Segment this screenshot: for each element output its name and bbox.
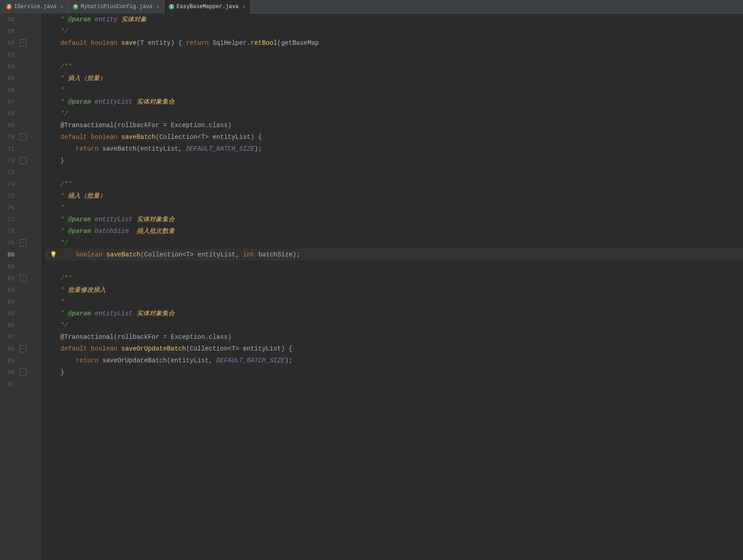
gutter-icon-72[interactable]: − [19,157,27,164]
token: /** [61,63,72,70]
code-line-66: * [45,84,743,96]
gutter-row-88: 88− [0,343,40,355]
gutter-icon-79[interactable]: − [19,239,27,247]
line-number-76: 76 [0,204,19,211]
code-line-65: * 插入（批量） [45,72,743,84]
token [45,133,61,141]
token: (Collection<T> entityList) { [186,345,292,352]
lightbulb-icon[interactable]: 💡 [50,251,57,258]
code-line-72: } [45,155,743,166]
token: * [61,75,68,82]
token: 实体对象集合 [137,309,175,318]
token: /** [61,180,72,188]
line-number-78: 78 [0,228,19,235]
tab-label-mybatisplus: MybatisPlusConfig.java [81,4,152,10]
gutter-icon-60[interactable]: + [19,39,27,47]
tab-close-iservice[interactable]: ✕ [61,4,64,9]
code-line-74: /** [45,178,743,190]
token [61,251,76,258]
token: ); [254,145,262,152]
gutter-row-59: 59 [0,25,40,37]
line-number-58: 58 [0,16,19,23]
gutter-icon-82[interactable]: − [19,275,27,282]
code-area[interactable]: * @param entity 实体对象 */ default boolean … [41,14,743,560]
token: 批量修改插入 [68,286,106,294]
gutter-row-73: 73 [0,166,40,178]
token: return [76,145,98,152]
token: @param [68,310,90,317]
line-number-63: 63 [0,52,19,58]
token [45,239,61,247]
fold-collapse-72[interactable]: − [19,157,27,164]
code-line-81 [45,261,743,272]
gutter-row-65: 65 [0,72,40,84]
token: default [61,345,87,352]
line-number-70: 70 [0,134,19,141]
line-number-69: 69 [0,122,19,129]
token: * [61,192,68,199]
line-number-85: 85 [0,310,19,317]
gutter-icon-70[interactable]: − [19,133,27,141]
code-line-69: @Transactional(rollbackFor = Exception.c… [45,119,743,131]
token: (getBaseMap [277,39,319,47]
token: batchSize); [255,251,300,258]
gutter-row-72: 72− [0,155,40,166]
token: * [61,204,64,211]
token: entity [91,16,121,23]
gutter-row-67: 67 [0,96,40,108]
token [45,322,61,329]
token [45,75,61,82]
token: (rollbackFor = Exception.class) [114,122,231,129]
token: } [61,157,64,164]
token: * [61,298,64,305]
token [45,86,61,94]
code-line-67: * @param entityList 实体对象集合 [45,96,743,108]
token [45,228,61,235]
token: (rollbackFor = Exception.class) [114,333,231,341]
line-number-60: 60 [0,40,19,47]
token: (T entity) { [137,39,186,47]
tab-mybatisplus[interactable]: M MybatisPlusConfig.java ✕ [68,0,164,14]
token: @Transactional [61,333,114,341]
line-number-81: 81 [0,263,19,270]
token: 插入批次数量 [137,227,175,235]
code-line-71: return saveBatch(entityList, DEFAULT_BAT… [45,143,743,155]
fold-collapse-88[interactable]: − [19,345,27,352]
gutter-row-82: 82− [0,272,40,284]
token [45,204,61,211]
line-indicators-80: ↓💡 [45,251,59,258]
gutter-row-64: 64 [0,61,40,72]
line-number-66: 66 [0,87,19,94]
gutter-row-71: 71 [0,143,40,155]
token [45,298,61,305]
tab-easybasemapper[interactable]: I EasyBaseMapper.java ✕ [164,0,250,14]
gutter-row-79: 79− [0,237,40,249]
fold-collapse-79[interactable]: − [19,239,27,247]
code-line-83: * 批量修改插入 [45,284,743,296]
gutter-icon-88[interactable]: − [19,345,27,352]
token: entityList [91,98,137,105]
line-number-83: 83 [0,287,19,294]
tab-icon-iservice: I [6,4,12,9]
token [118,133,121,141]
gutter-icon-90[interactable]: − [19,369,27,376]
token: retBool [251,39,277,47]
code-line-75: * 插入（批量） [45,190,743,202]
fold-expand-60[interactable]: + [19,39,27,47]
token: 插入（批量） [68,74,106,82]
code-line-76: * [45,202,743,214]
tab-close-easybasemapper[interactable]: ✕ [243,4,246,9]
line-gutter: 585960+6364656667686970−7172−73747576777… [0,14,41,560]
gutter-row-66: 66 [0,84,40,96]
code-line-82: /** [45,272,743,284]
fold-collapse-70[interactable]: − [19,133,27,141]
fold-collapse-82[interactable]: − [19,275,27,282]
tab-iservice[interactable]: I IService.java ✕ [2,0,68,14]
token: ); [285,357,292,364]
tab-close-mybatisplus[interactable]: ✕ [157,4,160,9]
token: * [61,216,68,223]
fold-collapse-90[interactable]: − [19,369,27,376]
code-line-84: * [45,296,743,308]
code-line-68: */ [45,108,743,119]
token [45,333,61,341]
